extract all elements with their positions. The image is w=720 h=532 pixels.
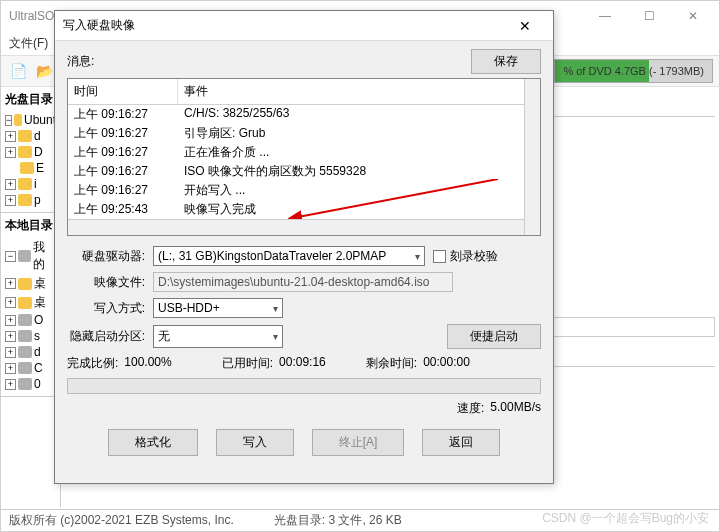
drive-label: 硬盘驱动器: [67, 248, 153, 265]
progress-bar [67, 378, 541, 394]
log-row[interactable]: 上午 09:16:27正在准备介质 ... [68, 143, 540, 162]
log-row[interactable]: 上午 09:16:27引导扇区: Grub [68, 124, 540, 143]
log-col-event[interactable]: 事件 [178, 79, 540, 104]
folder-icon [18, 146, 32, 158]
new-icon[interactable]: 📄 [7, 60, 29, 82]
dialog-title: 写入硬盘映像 [63, 17, 505, 34]
portable-boot-button[interactable]: 便捷启动 [447, 324, 541, 349]
drive-icon [18, 346, 32, 358]
horizontal-scrollbar[interactable] [68, 219, 524, 235]
folder-icon [18, 178, 32, 190]
write-disk-image-dialog: 写入硬盘映像 ✕ 消息: 保存 时间 事件 上午 09:16:27C/H/S: … [54, 10, 554, 484]
method-label: 写入方式: [67, 300, 153, 317]
image-path-field: D:\systemimages\ubuntu-21.04-desktop-amd… [153, 272, 453, 292]
abort-button: 终止[A] [312, 429, 405, 456]
minimize-button[interactable]: — [587, 4, 623, 28]
remaining-label: 剩余时间: [366, 355, 417, 372]
cd-drive-icon [18, 362, 32, 374]
write-button[interactable]: 写入 [216, 429, 294, 456]
expand-icon[interactable]: + [5, 363, 16, 374]
close-button[interactable]: ✕ [675, 4, 711, 28]
vertical-scrollbar[interactable] [524, 79, 540, 235]
drive-select[interactable]: (L:, 31 GB)KingstonDataTraveler 2.0PMAP▾ [153, 246, 425, 266]
method-select[interactable]: USB-HDD+▾ [153, 298, 283, 318]
computer-icon [18, 250, 31, 262]
log-row[interactable]: 上午 09:16:27C/H/S: 3825/255/63 [68, 105, 540, 124]
expand-icon[interactable]: + [5, 179, 16, 190]
format-button[interactable]: 格式化 [108, 429, 198, 456]
cd-root-icon [14, 114, 22, 126]
folder-icon [18, 278, 32, 290]
log-col-time[interactable]: 时间 [68, 79, 178, 104]
elapsed-label: 已用时间: [222, 355, 273, 372]
chevron-down-icon: ▾ [273, 303, 278, 314]
open-icon[interactable]: 📂 [33, 60, 55, 82]
menu-file[interactable]: 文件(F) [9, 35, 48, 52]
folder-icon [18, 194, 32, 206]
sidebar: 光盘目录 −Ubunt +d +D E +i +p 本地目录 −我的 +桌 +桌… [1, 87, 61, 507]
expand-icon[interactable]: + [5, 331, 16, 342]
expand-icon[interactable]: + [5, 315, 16, 326]
completion-label: 完成比例: [67, 355, 118, 372]
folder-icon [20, 162, 34, 174]
folder-icon [18, 297, 32, 309]
expand-icon[interactable]: − [5, 251, 16, 262]
log-row[interactable]: 上午 09:16:27开始写入 ... [68, 181, 540, 200]
copyright-text: 版权所有 (c)2002-2021 EZB Systems, Inc. [9, 512, 234, 529]
dialog-close-button[interactable]: ✕ [505, 18, 545, 34]
expand-icon[interactable]: + [5, 195, 16, 206]
hidden-label: 隐藏启动分区: [67, 328, 153, 345]
completion-value: 100.00% [124, 355, 171, 372]
disc-tree-label: 光盘目录 [5, 91, 56, 108]
speed-label: 速度: [457, 400, 484, 417]
watermark-text: CSDN @一个超会写Bug的小安 [542, 510, 709, 527]
log-list[interactable]: 时间 事件 上午 09:16:27C/H/S: 3825/255/63上午 09… [67, 78, 541, 236]
maximize-button[interactable]: ☐ [631, 4, 667, 28]
expand-icon[interactable]: + [5, 278, 16, 289]
expand-icon[interactable]: + [5, 297, 16, 308]
dialog-titlebar[interactable]: 写入硬盘映像 ✕ [55, 11, 553, 41]
drive-icon [18, 314, 32, 326]
drive-icon [18, 330, 32, 342]
expand-icon[interactable]: + [5, 131, 16, 142]
save-log-button[interactable]: 保存 [471, 49, 541, 74]
expand-icon[interactable]: + [5, 379, 16, 390]
window-controls: — ☐ ✕ [587, 4, 711, 28]
verify-checkbox[interactable]: 刻录校验 [433, 248, 498, 265]
chevron-down-icon: ▾ [273, 331, 278, 342]
expand-icon[interactable]: − [5, 115, 12, 126]
capacity-meter: % of DVD 4.7GB (- 1793MB) [554, 59, 713, 83]
chevron-down-icon: ▾ [415, 251, 420, 262]
drive-icon [18, 378, 32, 390]
disc-summary: 光盘目录: 3 文件, 26 KB [274, 512, 402, 529]
messages-label: 消息: [67, 53, 471, 70]
speed-value: 5.00MB/s [490, 400, 541, 417]
back-button[interactable]: 返回 [422, 429, 500, 456]
image-label: 映像文件: [67, 274, 153, 291]
local-tree-label: 本地目录 [5, 217, 56, 234]
expand-icon[interactable]: + [5, 147, 16, 158]
log-row[interactable]: 上午 09:16:27ISO 映像文件的扇区数为 5559328 [68, 162, 540, 181]
folder-icon [18, 130, 32, 142]
log-row[interactable]: 上午 09:25:43映像写入完成 [68, 200, 540, 219]
remaining-value: 00:00:00 [423, 355, 470, 372]
hidden-select[interactable]: 无▾ [153, 325, 283, 348]
elapsed-value: 00:09:16 [279, 355, 326, 372]
expand-icon[interactable]: + [5, 347, 16, 358]
